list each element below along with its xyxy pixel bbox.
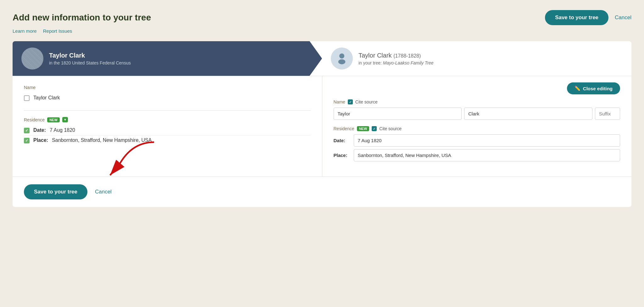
name-row: Taylor Clark bbox=[24, 93, 311, 103]
record-source: in the 1820 United States Federal Census bbox=[49, 60, 131, 65]
tree-avatar bbox=[331, 47, 353, 70]
person-silhouette-icon bbox=[336, 52, 348, 65]
right-place-input[interactable] bbox=[354, 149, 620, 161]
tree-person-years: (1788-1828) bbox=[393, 53, 421, 59]
top-actions: Save to your tree Cancel bbox=[545, 10, 631, 25]
section-divider bbox=[24, 110, 311, 111]
place-row: Place: Sanbornton, Strafford, New Hampsh… bbox=[24, 136, 311, 145]
save-to-tree-button-bottom[interactable]: Save to your tree bbox=[24, 184, 87, 199]
name-cite-label: Cite source bbox=[355, 99, 378, 104]
main-content: Taylor Clark in the 1820 United States F… bbox=[13, 41, 631, 207]
name-value: Taylor Clark bbox=[33, 95, 60, 101]
record-header-text: Taylor Clark in the 1820 United States F… bbox=[49, 52, 131, 65]
tree-person-name: Taylor Clark (1788-1828) bbox=[358, 52, 434, 59]
page-title: Add new information to your tree bbox=[13, 13, 151, 23]
record-header: Taylor Clark in the 1820 United States F… bbox=[13, 41, 322, 76]
suffix-input[interactable] bbox=[595, 108, 620, 120]
date-row: Date: 7 Aug 1820 bbox=[24, 126, 311, 136]
right-residence-new-badge: NEW bbox=[357, 126, 369, 131]
tree-person-source: in your tree: Mayo-Laakso Family Tree bbox=[358, 60, 434, 65]
last-name-input[interactable] bbox=[464, 108, 592, 120]
first-name-input[interactable] bbox=[334, 108, 462, 120]
date-checkbox[interactable] bbox=[24, 128, 30, 133]
cancel-button-top[interactable]: Cancel bbox=[615, 14, 631, 21]
right-residence-label: Residence NEW Cite source bbox=[334, 126, 620, 131]
right-place-row: Place: bbox=[334, 149, 620, 161]
place-checkbox[interactable] bbox=[24, 138, 30, 143]
tree-header-text: Taylor Clark (1788-1828) in your tree: M… bbox=[358, 52, 434, 65]
right-date-input[interactable] bbox=[354, 134, 620, 147]
residence-new-badge: NEW bbox=[47, 117, 60, 122]
name-section: Name Taylor Clark bbox=[24, 85, 311, 103]
two-col-body: Name Taylor Clark Residence NEW ▾ Date: … bbox=[13, 76, 631, 176]
residence-badge-dropdown[interactable]: ▾ bbox=[62, 117, 68, 122]
residence-label: Residence bbox=[24, 117, 45, 122]
name-checkbox[interactable] bbox=[24, 95, 30, 101]
residence-cite-checkbox[interactable] bbox=[372, 126, 377, 131]
place-key: Place: bbox=[33, 137, 48, 143]
right-name-label: Name Cite source bbox=[334, 99, 620, 104]
bottom-bar: Save to your tree Cancel bbox=[13, 176, 631, 207]
right-place-key: Place: bbox=[334, 153, 351, 158]
learn-more-link[interactable]: Learn more bbox=[13, 28, 37, 34]
close-editing-label: Close editing bbox=[583, 86, 613, 91]
record-avatar bbox=[21, 47, 43, 70]
record-name: Taylor Clark bbox=[49, 52, 131, 59]
close-editing-button[interactable]: ✏️ Close editing bbox=[567, 82, 620, 94]
right-residence-section: Residence NEW Cite source Date: Place: bbox=[334, 126, 620, 161]
svg-point-0 bbox=[339, 53, 344, 59]
save-to-tree-button-top[interactable]: Save to your tree bbox=[545, 10, 608, 25]
date-value: 7 Aug 1820 bbox=[50, 127, 75, 133]
tree-header: Taylor Clark (1788-1828) in your tree: M… bbox=[316, 41, 631, 76]
date-key: Date: bbox=[33, 127, 46, 133]
left-column: Name Taylor Clark Residence NEW ▾ Date: … bbox=[13, 76, 322, 176]
residence-header-row: Residence NEW ▾ bbox=[24, 117, 311, 122]
residence-section: Residence NEW ▾ Date: 7 Aug 1820 Place: … bbox=[24, 117, 311, 145]
tree-name: Mayo-Laakso Family Tree bbox=[383, 60, 434, 65]
name-inputs bbox=[334, 108, 620, 120]
place-value: Sanbornton, Strafford, New Hampshire, US… bbox=[52, 137, 152, 143]
name-cite-checkbox[interactable] bbox=[348, 99, 353, 104]
cancel-button-bottom[interactable]: Cancel bbox=[95, 189, 112, 195]
right-name-section: Name Cite source bbox=[334, 99, 620, 120]
person-headers: Taylor Clark in the 1820 United States F… bbox=[13, 41, 631, 76]
report-issues-link[interactable]: Report Issues bbox=[43, 28, 72, 34]
sub-links: Learn more Report Issues bbox=[13, 28, 631, 34]
top-bar: Add new information to your tree Save to… bbox=[13, 10, 631, 25]
pencil-icon: ✏️ bbox=[575, 86, 580, 91]
right-column: ✏️ Close editing Name Cite source bbox=[322, 76, 632, 176]
name-label: Name bbox=[24, 85, 311, 90]
right-date-row: Date: bbox=[334, 134, 620, 147]
right-date-key: Date: bbox=[334, 138, 351, 143]
svg-point-1 bbox=[338, 59, 345, 64]
residence-cite-label: Cite source bbox=[379, 126, 402, 131]
